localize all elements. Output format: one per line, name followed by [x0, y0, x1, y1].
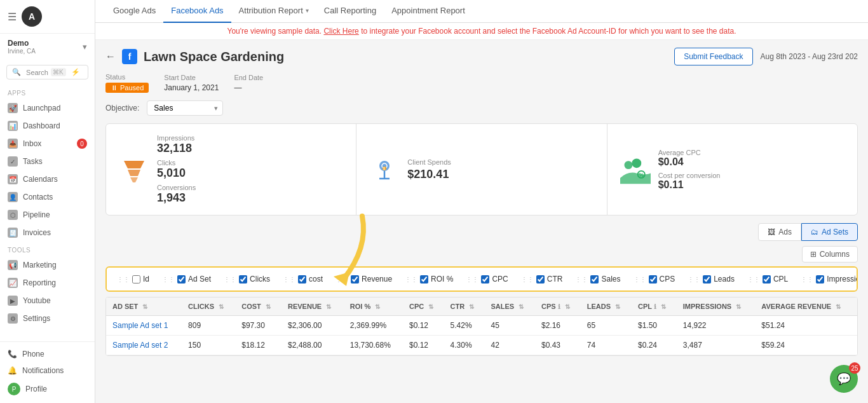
sidebar-item-phone[interactable]: 📞 Phone: [8, 347, 87, 361]
col-check-roi[interactable]: [420, 275, 428, 283]
status-value: Paused: [120, 84, 144, 92]
drag-handle-cost[interactable]: ⋮⋮: [283, 276, 295, 283]
th-cost: COST ⇅: [235, 297, 281, 316]
sort-icon-cpl[interactable]: ⇅: [661, 303, 666, 310]
sort-icon-sales[interactable]: ⇅: [519, 303, 524, 310]
drag-handle-clicks[interactable]: ⋮⋮: [224, 276, 236, 283]
drag-handle-cpc[interactable]: ⋮⋮: [466, 276, 478, 283]
stats-card-impressions: Impressions 32,118 Clicks 5,010 Conversi…: [106, 124, 356, 215]
drag-handle-revenue[interactable]: ⋮⋮: [336, 276, 348, 283]
nav-appointment-report[interactable]: Appointment Report: [384, 0, 473, 23]
profile-avatar: P: [8, 383, 20, 395]
sidebar-item-youtube[interactable]: ▶ Youtube: [0, 292, 95, 310]
sort-icon-cps[interactable]: ⇅: [565, 303, 570, 310]
nav-facebook-ads[interactable]: Facebook Ads: [163, 0, 231, 23]
clicks-value: 5,010: [157, 167, 196, 180]
sidebar-item-settings[interactable]: ⚙ Settings: [0, 310, 95, 327]
drag-handle-cpl[interactable]: ⋮⋮: [747, 276, 760, 283]
sort-icon-clicks[interactable]: ⇅: [219, 303, 224, 310]
ad-set-link-1[interactable]: Sample Ad set 1: [112, 321, 168, 330]
tab-ads[interactable]: 🖼 Ads: [758, 223, 801, 241]
sort-icon-leads[interactable]: ⇅: [615, 303, 620, 310]
sidebar-item-reporting[interactable]: 📈 Reporting: [0, 274, 95, 292]
sort-icon-ctr[interactable]: ⇅: [469, 303, 474, 310]
pause-icon: ⏸: [111, 84, 118, 92]
invoices-label: Invoices: [23, 228, 51, 237]
col-check-cpc[interactable]: [481, 275, 489, 283]
sort-icon-revenue[interactable]: ⇅: [326, 303, 331, 310]
col-check-id[interactable]: [132, 275, 140, 283]
col-label-clicks: Clicks: [250, 275, 270, 283]
sort-icon-cpc[interactable]: ⇅: [428, 303, 433, 310]
sidebar-item-calendars[interactable]: 📅 Calendars: [0, 170, 95, 188]
search-bar[interactable]: 🔍 Search ⌘K ⚡: [6, 65, 88, 79]
user-dropdown-icon[interactable]: ▾: [83, 42, 87, 51]
sidebar-item-profile[interactable]: P Profile: [8, 380, 87, 398]
avatar: A: [22, 6, 42, 27]
col-check-cpl[interactable]: [763, 275, 771, 283]
drag-handle-roi[interactable]: ⋮⋮: [405, 276, 417, 283]
sort-icon-ad-set[interactable]: ⇅: [142, 303, 147, 310]
calendars-label: Calendars: [23, 175, 58, 184]
drag-handle-leads[interactable]: ⋮⋮: [688, 276, 700, 283]
drag-handle-cps[interactable]: ⋮⋮: [634, 276, 646, 283]
sort-icon-impressions[interactable]: ⇅: [736, 303, 741, 310]
avg-cpc-value: $0.04: [658, 156, 721, 168]
col-check-cps[interactable]: [649, 275, 657, 283]
conversions-metric: Conversions 1,943: [157, 184, 196, 205]
tabs-columns-row: 🖼 Ads 🗂 Ad Sets: [105, 223, 858, 241]
sidebar-item-notifications[interactable]: 🔔 Notifications: [8, 364, 87, 378]
columns-button[interactable]: ⊞ Columns: [802, 246, 858, 263]
drag-handle-ctr[interactable]: ⋮⋮: [521, 276, 534, 283]
col-label-impressions: Impressions: [827, 275, 858, 283]
drag-handle-impressions[interactable]: ⋮⋮: [801, 276, 813, 283]
col-item-ctr: ⋮⋮ CTR: [519, 273, 566, 285]
end-date-label: End Date: [234, 74, 263, 81]
sidebar-item-marketing[interactable]: 📢 Marketing: [0, 256, 95, 274]
tools-section-label: Tools: [0, 242, 95, 256]
col-item-cps: ⋮⋮ CPS: [631, 273, 678, 285]
hamburger-icon[interactable]: ☰: [8, 11, 17, 23]
alert-bar: You're viewing sample data. Click Here t…: [95, 23, 868, 40]
chat-bubble[interactable]: 💬 25: [830, 365, 858, 393]
sort-icon-average-revenue[interactable]: ⇅: [836, 303, 841, 310]
drag-handle-ad-set[interactable]: ⋮⋮: [162, 276, 175, 283]
col-item-cpl: ⋮⋮ CPL: [745, 273, 790, 285]
sidebar-item-inbox[interactable]: 📥 Inbox 0: [0, 135, 95, 153]
nav-call-reporting[interactable]: Call Reporting: [316, 0, 384, 23]
col-check-cost[interactable]: [298, 275, 306, 283]
th-cps: CPS ℹ ⇅: [535, 297, 581, 316]
col-check-impressions[interactable]: [816, 275, 824, 283]
search-kbd: ⌘K: [51, 68, 66, 76]
sidebar-item-pipeline[interactable]: ⬡ Pipeline: [0, 206, 95, 224]
sidebar-item-contacts[interactable]: 👤 Contacts: [0, 188, 95, 206]
nav-google-ads[interactable]: Google Ads: [105, 0, 163, 23]
submit-feedback-button[interactable]: Submit Feedback: [674, 48, 752, 65]
appointment-report-label: Appointment Report: [391, 6, 465, 15]
col-check-sales[interactable]: [590, 275, 599, 283]
col-check-clicks[interactable]: [239, 275, 247, 283]
col-label-ctr: CTR: [547, 275, 563, 283]
ad-set-link-2[interactable]: Sample Ad set 2: [112, 341, 168, 350]
nav-attribution-report[interactable]: Attribution Report ▾: [231, 0, 316, 23]
svg-text:$: $: [383, 167, 385, 170]
col-check-leads[interactable]: [703, 275, 711, 283]
col-check-ctr[interactable]: [536, 275, 545, 283]
sidebar-item-dashboard[interactable]: 📊 Dashboard: [0, 117, 95, 135]
status-field: Status ⏸ Paused: [105, 73, 149, 93]
end-date-value: —: [234, 83, 263, 92]
sidebar-item-launchpad[interactable]: 🚀 Launchpad: [0, 99, 95, 117]
sidebar-item-invoices[interactable]: 🧾 Invoices: [0, 224, 95, 242]
tab-ad-sets[interactable]: 🗂 Ad Sets: [801, 223, 858, 241]
alert-link[interactable]: Click Here: [323, 27, 358, 36]
back-button[interactable]: ←: [105, 51, 116, 62]
sort-icon-cost[interactable]: ⇅: [266, 303, 271, 310]
col-check-ad-set[interactable]: [177, 275, 186, 283]
stats-cards: Impressions 32,118 Clicks 5,010 Conversi…: [105, 123, 858, 215]
col-check-revenue[interactable]: [351, 275, 359, 283]
drag-handle-sales[interactable]: ⋮⋮: [575, 276, 588, 283]
sort-icon-roi[interactable]: ⇅: [375, 303, 380, 310]
sidebar-item-tasks[interactable]: ✓ Tasks: [0, 153, 95, 170]
objective-select[interactable]: Sales Traffic Awareness Leads: [147, 100, 223, 116]
drag-handle-id[interactable]: ⋮⋮: [117, 276, 130, 283]
